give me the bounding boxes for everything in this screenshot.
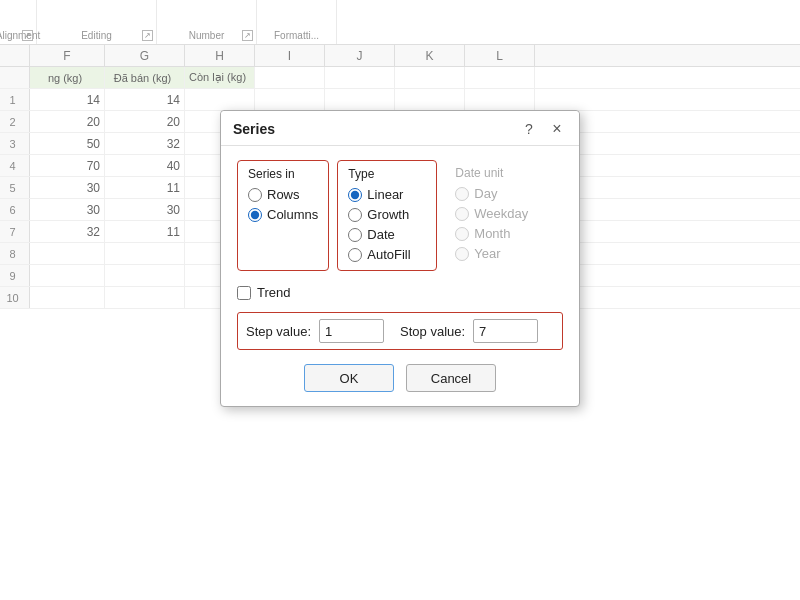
rows-label: Rows bbox=[267, 187, 300, 202]
growth-radio[interactable] bbox=[348, 208, 362, 222]
year-label: Year bbox=[474, 246, 500, 261]
autofill-label: AutoFill bbox=[367, 247, 410, 262]
date-unit-section: Date unit Day Weekday Month bbox=[445, 160, 538, 271]
day-radio-item[interactable]: Day bbox=[455, 186, 528, 201]
growth-label: Growth bbox=[367, 207, 409, 222]
linear-label: Linear bbox=[367, 187, 403, 202]
trend-checkbox[interactable] bbox=[237, 286, 251, 300]
series-in-label: Series in bbox=[248, 167, 318, 181]
linear-radio[interactable] bbox=[348, 188, 362, 202]
stop-value-input[interactable] bbox=[473, 319, 538, 343]
weekday-radio-item[interactable]: Weekday bbox=[455, 206, 528, 221]
dialog-titlebar: Series ? × bbox=[221, 111, 579, 146]
stop-value-label: Stop value: bbox=[400, 324, 465, 339]
type-label: Type bbox=[348, 167, 426, 181]
series-in-section: Series in Rows Columns bbox=[237, 160, 329, 271]
dialog-close-button[interactable]: × bbox=[547, 119, 567, 139]
dialog-title: Series bbox=[233, 121, 275, 137]
year-radio bbox=[455, 247, 469, 261]
month-radio-item[interactable]: Month bbox=[455, 226, 528, 241]
weekday-radio bbox=[455, 207, 469, 221]
rows-radio-item[interactable]: Rows bbox=[248, 187, 318, 202]
columns-label: Columns bbox=[267, 207, 318, 222]
value-row: Step value: Stop value: bbox=[237, 312, 563, 350]
ok-button[interactable]: OK bbox=[304, 364, 394, 392]
linear-radio-item[interactable]: Linear bbox=[348, 187, 426, 202]
year-radio-item[interactable]: Year bbox=[455, 246, 528, 261]
date-radio[interactable] bbox=[348, 228, 362, 242]
step-value-label: Step value: bbox=[246, 324, 311, 339]
weekday-label: Weekday bbox=[474, 206, 528, 221]
date-radio-item[interactable]: Date bbox=[348, 227, 426, 242]
date-label: Date bbox=[367, 227, 394, 242]
type-radio-group: Linear Growth Date AutoFill bbox=[348, 187, 426, 262]
dialog-controls: ? × bbox=[519, 119, 567, 139]
cancel-button[interactable]: Cancel bbox=[406, 364, 496, 392]
day-radio bbox=[455, 187, 469, 201]
date-unit-radio-group: Day Weekday Month Year bbox=[455, 186, 528, 261]
series-dialog: Series ? × Series in Rows Columns bbox=[220, 110, 580, 407]
step-value-input[interactable] bbox=[319, 319, 384, 343]
day-label: Day bbox=[474, 186, 497, 201]
dialog-body: Series in Rows Columns Type bbox=[221, 146, 579, 406]
dialog-buttons: OK Cancel bbox=[237, 364, 563, 396]
autofill-radio[interactable] bbox=[348, 248, 362, 262]
columns-radio-item[interactable]: Columns bbox=[248, 207, 318, 222]
month-label: Month bbox=[474, 226, 510, 241]
type-section: Type Linear Growth Date bbox=[337, 160, 437, 271]
autofill-radio-item[interactable]: AutoFill bbox=[348, 247, 426, 262]
trend-label: Trend bbox=[257, 285, 290, 300]
date-unit-label: Date unit bbox=[455, 166, 528, 180]
growth-radio-item[interactable]: Growth bbox=[348, 207, 426, 222]
series-in-radio-group: Rows Columns bbox=[248, 187, 318, 222]
dialog-help-button[interactable]: ? bbox=[519, 119, 539, 139]
trend-row: Trend bbox=[237, 285, 563, 300]
columns-radio[interactable] bbox=[248, 208, 262, 222]
rows-radio[interactable] bbox=[248, 188, 262, 202]
month-radio bbox=[455, 227, 469, 241]
dialog-sections: Series in Rows Columns Type bbox=[237, 160, 563, 271]
